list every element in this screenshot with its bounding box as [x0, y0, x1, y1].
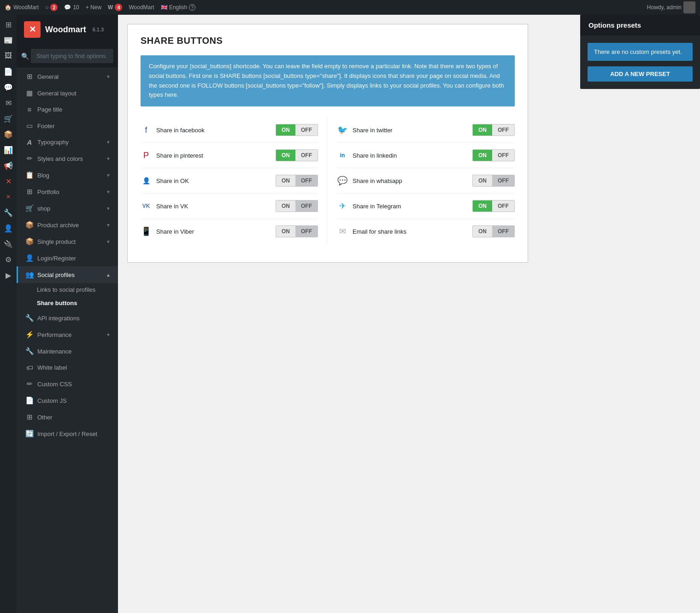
toggle-ok-on[interactable]: ON — [276, 175, 295, 186]
toggle-telegram-on[interactable]: ON — [473, 200, 492, 212]
sidebar-item-custom-js[interactable]: 📄 Custom JS — [17, 392, 118, 409]
toggle-pinterest-off[interactable]: OFF — [295, 150, 318, 161]
admin-bar-howdy[interactable]: Howdy, admin — [647, 1, 695, 13]
wp-rail-pages[interactable]: 📄 — [0, 64, 17, 79]
admin-bar-language[interactable]: 🇬🇧 English ? — [161, 4, 196, 11]
sidebar-item-label: Blog — [37, 172, 102, 179]
toggle-twitter-off[interactable]: OFF — [492, 124, 514, 136]
wp-rail-dashboard[interactable]: ⊞ — [0, 17, 17, 32]
sub-item-label: Links to social profiles — [37, 286, 95, 293]
sidebar-item-custom-css[interactable]: ✏ Custom CSS — [17, 376, 118, 392]
toggle-ok[interactable]: ON OFF — [276, 175, 318, 187]
wp-rail-feedback[interactable]: ✉ — [0, 95, 17, 111]
toggle-linkedin-off[interactable]: OFF — [492, 150, 514, 161]
add-preset-button[interactable]: ADD A NEW PRESET — [588, 66, 693, 82]
toggle-email-on[interactable]: ON — [473, 226, 492, 237]
sidebar-item-maintenance[interactable]: 🔧 Maintenance — [17, 343, 118, 360]
sub-item-links-social[interactable]: Links to social profiles — [17, 283, 118, 296]
wp-rail-posts[interactable]: 📰 — [0, 32, 17, 48]
sidebar-item-import-export[interactable]: 🔄 Import / Export / Reset — [17, 425, 118, 442]
toggle-pinterest[interactable]: ON OFF — [276, 149, 318, 161]
sidebar-item-other[interactable]: ⊞ Other — [17, 409, 118, 425]
toggle-whatsapp-on[interactable]: ON — [473, 175, 492, 186]
toggle-vk-on[interactable]: ON — [276, 200, 295, 212]
admin-bar-comments[interactable]: 💬 10 — [64, 4, 79, 11]
wp-rail-settings[interactable]: ⚙ — [0, 252, 17, 267]
home-icon: 🏠 — [5, 4, 12, 11]
help-icon[interactable]: ? — [189, 4, 195, 11]
sidebar-item-portfolio[interactable]: ⊞ Portfolio ▼ — [17, 183, 118, 200]
toggle-email-off[interactable]: OFF — [492, 226, 514, 237]
toggle-whatsapp-off[interactable]: OFF — [492, 175, 514, 186]
wp-rail-media[interactable]: 🖼 — [0, 48, 17, 64]
admin-bar-theme[interactable]: WoodMart — [129, 4, 154, 11]
toggle-facebook-on[interactable]: ON — [276, 124, 295, 136]
toggle-linkedin-on[interactable]: ON — [473, 150, 492, 161]
share-row-email: ✉ Email for share links ON OFF — [337, 219, 515, 244]
wp-rail-users[interactable]: 👤 — [0, 220, 17, 236]
toggle-facebook-off[interactable]: OFF — [295, 124, 318, 136]
toggle-telegram[interactable]: ON OFF — [472, 200, 515, 212]
toggle-facebook[interactable]: ON OFF — [276, 124, 318, 136]
sidebar-item-login-register[interactable]: 👤 Login/Register — [17, 250, 118, 266]
toggle-twitter-on[interactable]: ON — [473, 124, 492, 136]
toggle-pinterest-on[interactable]: ON — [276, 150, 295, 161]
admin-bar-new[interactable]: + New — [86, 4, 101, 11]
toggle-email[interactable]: ON OFF — [472, 225, 515, 237]
sidebar-item-label: Typography — [37, 139, 102, 146]
single-product-icon: 📦 — [25, 237, 34, 246]
sidebar-item-general-layout[interactable]: ▦ General layout — [17, 85, 118, 101]
wp-rail-woodmart2[interactable]: ✕ — [0, 189, 17, 205]
wp-rail-woocommerce[interactable]: 🛒 — [0, 111, 17, 126]
pinterest-icon: P — [141, 151, 152, 160]
wp-rail-plugins[interactable]: 🔌 — [0, 236, 17, 252]
sidebar-item-api-integrations[interactable]: 🔧 API integrations — [17, 310, 118, 326]
sidebar-item-typography[interactable]: A Typography ▼ — [17, 134, 118, 150]
wp-rail-products[interactable]: 📦 — [0, 126, 17, 142]
sidebar-item-blog[interactable]: 📋 Blog ▼ — [17, 167, 118, 183]
toggle-whatsapp[interactable]: ON OFF — [472, 175, 515, 187]
admin-bar-wp[interactable]: W 4 — [108, 4, 122, 11]
sidebar-item-product-archive[interactable]: 📦 Product archive ▼ — [17, 217, 118, 233]
toggle-twitter[interactable]: ON OFF — [472, 124, 515, 136]
right-panel: Options presets There are no custom pres… — [571, 15, 700, 613]
sidebar-item-footer[interactable]: ▭ Footer — [17, 118, 118, 134]
sidebar-item-single-product[interactable]: 📦 Single product ▼ — [17, 233, 118, 250]
toggle-linkedin[interactable]: ON OFF — [472, 149, 515, 161]
wp-rail-comments[interactable]: 💬 — [0, 79, 17, 95]
sidebar-item-performance[interactable]: ⚡ Performance ▼ — [17, 326, 118, 343]
toggle-ok-off[interactable]: OFF — [295, 175, 318, 186]
product-archive-icon: 📦 — [25, 221, 34, 229]
chevron-down-icon: ▼ — [106, 74, 111, 79]
toggle-vk-off[interactable]: OFF — [295, 200, 318, 212]
admin-bar-site-icon[interactable]: 🏠 WoodMart — [5, 4, 39, 11]
sidebar-item-general[interactable]: ⊞ General ▼ — [17, 68, 118, 85]
toggle-vk[interactable]: ON OFF — [276, 200, 318, 212]
admin-bar-updates[interactable]: ○ 2 — [45, 4, 58, 11]
sidebar-search-input[interactable] — [31, 49, 113, 63]
sidebar-item-white-label[interactable]: 🏷 White label — [17, 360, 118, 376]
wp-rail-marketing[interactable]: 📢 — [0, 158, 17, 173]
share-label-viber: Share in Viber — [156, 228, 271, 235]
wp-icon: W — [108, 4, 113, 11]
wp-rail-tools[interactable]: 🔧 — [0, 205, 17, 220]
sidebar-item-shop[interactable]: 🛒 shop ▼ — [17, 200, 118, 217]
blog-icon: 📋 — [25, 171, 34, 179]
toggle-viber-on[interactable]: ON — [276, 226, 295, 237]
toggle-telegram-off[interactable]: OFF — [492, 200, 514, 212]
updates-icon: ○ — [45, 4, 48, 11]
sidebar-item-page-title[interactable]: ≡ Page title — [17, 101, 118, 118]
comments-icon: 💬 — [64, 4, 71, 11]
toggle-viber-off[interactable]: OFF — [295, 226, 318, 237]
toggle-viber[interactable]: ON OFF — [276, 225, 318, 237]
wp-rail-rev-slider[interactable]: ▶ — [0, 267, 17, 283]
wp-rail-woodmart[interactable]: ✕ — [0, 173, 17, 189]
wp-rail-analytics[interactable]: 📊 — [0, 142, 17, 158]
sidebar-item-label: Custom JS — [37, 397, 111, 404]
sidebar-item-styles-colors[interactable]: ✏ Styles and colors ▼ — [17, 150, 118, 167]
sub-item-share-buttons[interactable]: Share buttons — [17, 296, 118, 310]
styles-colors-icon: ✏ — [25, 154, 34, 163]
admin-avatar — [683, 1, 695, 13]
sidebar-item-label: Page title — [37, 106, 111, 113]
sidebar-item-social-profiles[interactable]: 👥 Social profiles ▲ — [17, 266, 118, 283]
